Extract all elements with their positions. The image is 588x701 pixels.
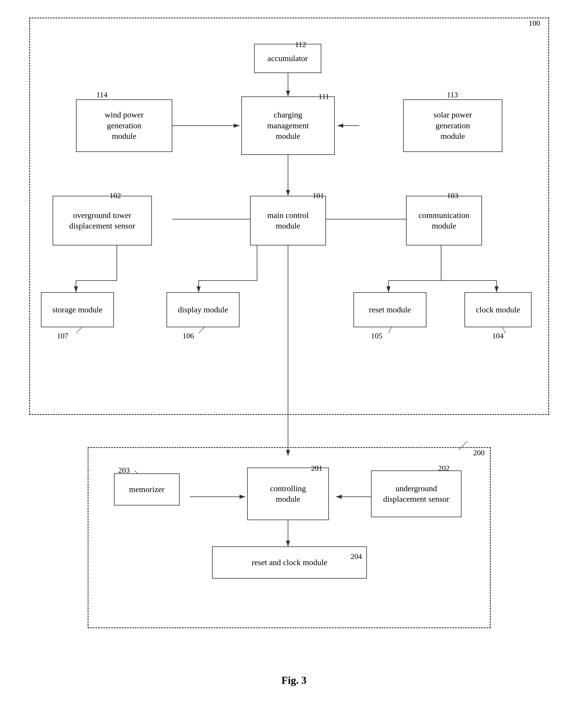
display-label: display module <box>178 304 228 315</box>
ref-112: 112 <box>295 40 306 49</box>
ref-106: 106 <box>183 332 194 340</box>
controlling-node: controllingmodule <box>247 468 329 520</box>
reset-clock-node: reset and clock module <box>212 546 367 578</box>
wind-power-label: wind powergenerationmodule <box>105 109 144 142</box>
wind-power-node: wind powergenerationmodule <box>76 99 172 152</box>
overground-tower-node: overground towerdisplacement sensor <box>53 196 152 245</box>
accumulator-node: accumulator <box>254 44 321 73</box>
clock-label: clock module <box>476 304 520 315</box>
charging-management-label: chargingmanagementmodule <box>267 109 309 142</box>
storage-node: storage module <box>41 292 114 327</box>
main-control-label: main controlmodule <box>267 210 309 231</box>
ref-201: 201 <box>311 464 322 473</box>
main-control-node: main controlmodule <box>250 196 326 245</box>
charging-management-node: chargingmanagementmodule <box>241 96 335 155</box>
memorizer-label: memorizer <box>129 484 165 495</box>
solar-power-label: solar powergenerationmodule <box>433 109 472 142</box>
ref-104: 104 <box>492 332 504 340</box>
ref-100: 100 <box>529 19 540 28</box>
ref-204: 204 <box>350 552 362 561</box>
ref-102: 102 <box>109 191 121 200</box>
overground-tower-label: overground towerdisplacement sensor <box>69 210 135 231</box>
underground-label: undergrounddisplacement sensor <box>383 483 449 505</box>
ref-114: 114 <box>96 90 107 99</box>
reset-node: reset module <box>353 292 426 327</box>
memorizer-node: memorizer <box>114 473 180 505</box>
ref-113: 113 <box>447 90 458 99</box>
ref-200: 200 <box>473 449 485 457</box>
storage-label: storage module <box>52 304 102 315</box>
display-node: display module <box>167 292 240 327</box>
clock-node: clock module <box>465 292 532 327</box>
ref-105: 105 <box>371 332 382 340</box>
ref-107: 107 <box>57 332 68 340</box>
reset-clock-label: reset and clock module <box>252 557 327 568</box>
communication-label: communicationmodule <box>418 210 470 231</box>
figure-caption: Fig. 3 <box>282 674 307 686</box>
ref-202: 202 <box>438 464 450 473</box>
underground-node: undergrounddisplacement sensor <box>371 470 462 517</box>
accumulator-label: accumulator <box>268 53 308 64</box>
controlling-label: controllingmodule <box>270 483 306 505</box>
ref-103: 103 <box>447 191 458 200</box>
ref-203: 203 <box>118 466 130 475</box>
solar-power-node: solar powergenerationmodule <box>403 99 503 152</box>
ref-111: 111 <box>318 92 329 101</box>
reset-label: reset module <box>369 304 411 315</box>
communication-node: communicationmodule <box>406 196 482 245</box>
ref-101: 101 <box>313 191 324 200</box>
